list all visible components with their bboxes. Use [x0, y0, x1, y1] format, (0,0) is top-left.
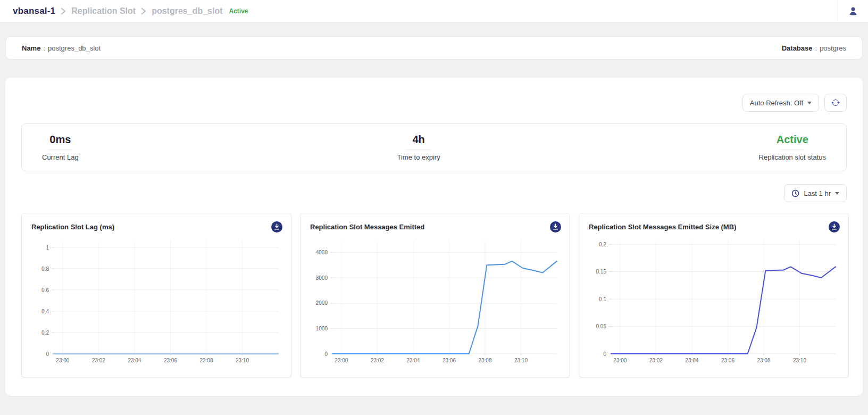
chart-card-messages-size: Replication Slot Messages Emitted Size (…	[579, 213, 849, 378]
svg-text:0.6: 0.6	[41, 287, 49, 293]
stat-value: 0ms	[49, 134, 71, 146]
svg-text:23:02: 23:02	[649, 358, 663, 363]
stat-value: 4h	[412, 134, 424, 146]
svg-text:23:10: 23:10	[793, 358, 806, 363]
chevron-right-icon	[141, 7, 146, 15]
line-chart-slot-lag: 00.20.40.60.8123:0023:0223:0423:0623:082…	[29, 235, 283, 369]
svg-text:23:10: 23:10	[514, 358, 528, 363]
svg-text:23:06: 23:06	[164, 358, 177, 363]
chart-download-button[interactable]	[550, 221, 561, 233]
page-body: Name : postgres_db_slot Database : postg…	[0, 22, 868, 396]
svg-text:23:04: 23:04	[685, 358, 698, 363]
svg-text:0: 0	[46, 351, 49, 357]
svg-text:0.05: 0.05	[596, 323, 607, 329]
stat-current-lag: 0ms Current Lag	[42, 134, 79, 161]
chart-title: Replication Slot Lag (ms)	[31, 223, 114, 231]
download-icon	[829, 221, 840, 233]
status-badge: Active	[229, 7, 248, 15]
svg-text:23:06: 23:06	[721, 358, 735, 363]
chart-card-messages-emitted: Replication Slot Messages Emitted 010002…	[300, 213, 570, 378]
chart-title: Replication Slot Messages Emitted Size (…	[589, 223, 736, 231]
download-icon	[550, 221, 561, 233]
profile-button[interactable]	[838, 0, 868, 22]
line-chart-messages-size: 00.050.10.150.223:0023:0223:0423:0623:08…	[587, 235, 841, 369]
stat-divider	[780, 150, 805, 150]
field-separator: :	[43, 44, 45, 52]
charts-row: Replication Slot Lag (ms) 00.20.40.60.81…	[21, 213, 847, 378]
database-field: Database : postgres	[782, 44, 846, 52]
chart-download-button[interactable]	[829, 221, 840, 233]
svg-text:0.2: 0.2	[599, 242, 606, 247]
svg-text:0.8: 0.8	[41, 266, 49, 272]
time-range-label: Last 1 hr	[804, 189, 831, 197]
svg-text:23:00: 23:00	[56, 358, 69, 363]
slot-name-value: postgres_db_slot	[48, 44, 101, 52]
svg-text:4000: 4000	[316, 250, 328, 255]
database-label: Database	[782, 44, 813, 52]
svg-text:23:04: 23:04	[406, 358, 420, 363]
refresh-button[interactable]	[824, 94, 847, 112]
chart-title: Replication Slot Messages Emitted	[310, 223, 424, 231]
svg-text:1: 1	[46, 245, 49, 251]
svg-text:23:06: 23:06	[443, 358, 456, 363]
svg-text:23:08: 23:08	[757, 358, 770, 363]
svg-text:1000: 1000	[316, 326, 328, 331]
svg-text:23:02: 23:02	[371, 358, 384, 363]
chart-header: Replication Slot Lag (ms)	[29, 220, 283, 233]
svg-text:23:00: 23:00	[613, 358, 627, 363]
stat-label: Time to expiry	[397, 153, 440, 161]
svg-text:23:00: 23:00	[335, 358, 348, 363]
svg-text:23:08: 23:08	[199, 358, 213, 363]
user-icon	[848, 6, 858, 16]
time-range-toolbar: Last 1 hr	[21, 184, 847, 202]
slot-info-bar: Name : postgres_db_slot Database : postg…	[5, 36, 863, 60]
download-icon	[271, 221, 282, 233]
stat-label: Current Lag	[42, 153, 79, 161]
auto-refresh-dropdown[interactable]: Auto Refresh: Off	[742, 94, 819, 112]
breadcrumb-item-replication-slot[interactable]: Replication Slot	[71, 6, 136, 16]
breadcrumb-root[interactable]: vbansal-1	[13, 6, 55, 16]
breadcrumb: vbansal-1 Replication Slot postgres_db_s…	[13, 6, 248, 16]
top-nav: vbansal-1 Replication Slot postgres_db_s…	[0, 0, 868, 22]
svg-text:0.15: 0.15	[596, 269, 607, 275]
svg-text:3000: 3000	[316, 275, 328, 281]
svg-text:23:04: 23:04	[128, 358, 141, 363]
time-range-dropdown[interactable]: Last 1 hr	[784, 184, 847, 202]
slot-name-field: Name : postgres_db_slot	[22, 44, 101, 52]
stat-label: Replication slot status	[759, 153, 826, 161]
chart-download-button[interactable]	[271, 221, 282, 233]
chevron-right-icon	[61, 7, 66, 15]
caret-down-icon	[835, 192, 839, 195]
slot-name-label: Name	[22, 44, 40, 52]
line-chart-messages-emitted: 0100020003000400023:0023:0223:0423:0623:…	[308, 235, 562, 369]
auto-refresh-label: Auto Refresh: Off	[750, 99, 803, 107]
metrics-panel: Auto Refresh: Off 0ms Current Lag 4h Tim…	[5, 78, 863, 396]
svg-text:0: 0	[324, 351, 328, 357]
svg-text:0: 0	[603, 351, 606, 357]
svg-text:0.4: 0.4	[41, 309, 49, 314]
field-separator: :	[815, 44, 817, 52]
svg-text:0.2: 0.2	[41, 330, 49, 336]
stat-divider	[406, 150, 431, 150]
svg-text:23:02: 23:02	[92, 358, 105, 363]
svg-text:2000: 2000	[316, 300, 328, 306]
chart-header: Replication Slot Messages Emitted Size (…	[587, 220, 841, 233]
chart-header: Replication Slot Messages Emitted	[308, 220, 562, 233]
refresh-icon	[831, 98, 840, 107]
chart-card-slot-lag: Replication Slot Lag (ms) 00.20.40.60.81…	[21, 213, 291, 378]
clock-icon	[791, 189, 799, 197]
breadcrumb-item-slot-name: postgres_db_slot	[152, 6, 222, 16]
stat-time-to-expiry: 4h Time to expiry	[397, 134, 440, 161]
stat-slot-status: Active Replication slot status	[759, 134, 826, 161]
database-value: postgres	[820, 44, 846, 52]
refresh-toolbar: Auto Refresh: Off	[21, 94, 847, 112]
nav-right	[838, 0, 868, 22]
stats-summary: 0ms Current Lag 4h Time to expiry Active…	[21, 123, 847, 171]
stat-value: Active	[777, 134, 808, 146]
svg-text:23:10: 23:10	[236, 358, 249, 363]
caret-down-icon	[807, 102, 812, 104]
stat-divider	[48, 150, 72, 150]
svg-text:0.1: 0.1	[599, 296, 606, 302]
svg-text:23:08: 23:08	[478, 358, 491, 363]
